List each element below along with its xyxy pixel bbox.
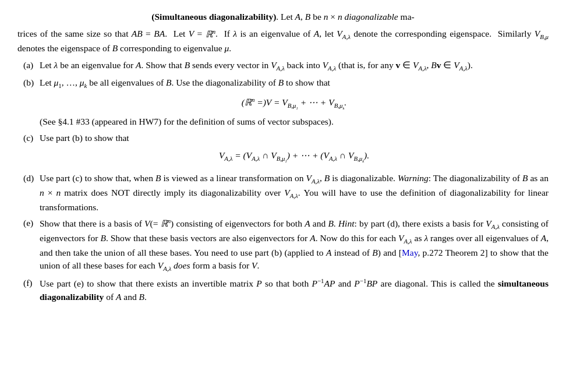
equation-b: (ℝn =)V = VB,μ1 + ⋯ + VB,μk. [40, 96, 549, 111]
part-f: (f) Use part (e) to show that there exis… [23, 277, 549, 303]
part-c-content: Use part (b) to show that VA,λ = (VA,λ ∩… [40, 132, 549, 169]
part-b: (b) Let μ1, …, μk be all eigenvalues of … [23, 76, 549, 129]
part-e-label: (e) [23, 217, 36, 229]
part-d-label: (d) [23, 172, 36, 185]
part-d-content: Use part (c) to show that, when B is vie… [40, 172, 549, 214]
part-f-content: Use part (e) to show that there exists a… [40, 277, 549, 303]
part-b-note: (See §4.1 #33 (appeared in HW7) for the … [40, 115, 549, 128]
part-f-label: (f) [23, 277, 36, 289]
parts-list: (a) Let λ be an eigenvalue for A. Show t… [23, 59, 549, 303]
part-c-label: (c) [23, 132, 36, 144]
intro-paragraph: trices of the same size so that AB = BA.… [17, 27, 549, 55]
part-c: (c) Use part (b) to show that VA,λ = (VA… [23, 132, 549, 169]
part-b-label: (b) [23, 76, 36, 89]
part-e: (e) Show that there is a basis of V(= ℝn… [23, 217, 549, 274]
theorem-title: (Simultaneous diagonalizability). Let A,… [17, 10, 549, 23]
part-e-content: Show that there is a basis of V(= ℝn) co… [40, 217, 549, 274]
part-d: (d) Use part (c) to show that, when B is… [23, 172, 549, 214]
equation-c: VA,λ = (VA,λ ∩ VB,μ1) + ⋯ + (VA,λ ∩ VB,μ… [40, 149, 549, 164]
main-content: (Simultaneous diagonalizability). Let A,… [17, 10, 549, 303]
theorem-name: (Simultaneous diagonalizability) [151, 12, 276, 22]
part-b-content: Let μ1, …, μk be all eigenvalues of B. U… [40, 76, 549, 129]
part-a: (a) Let λ be an eigenvalue for A. Show t… [23, 59, 549, 73]
part-a-content: Let λ be an eigenvalue for A. Show that … [40, 59, 549, 73]
part-a-label: (a) [23, 59, 36, 72]
